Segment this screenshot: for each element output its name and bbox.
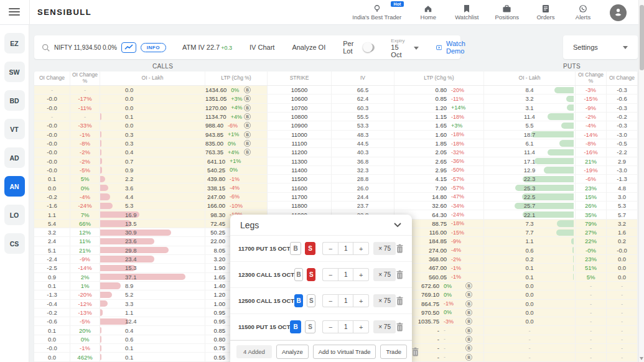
put-ltp-cell[interactable]: 1.85-18% [394, 139, 484, 147]
call-oi-change-pct: -13% [70, 309, 100, 317]
buy-button[interactable]: B [290, 320, 301, 333]
put-ltp-cell[interactable]: 2.65-36% [394, 157, 484, 165]
put-ltp-cell[interactable]: 14.80-47% [394, 193, 484, 201]
buy-button[interactable]: B [290, 242, 301, 255]
put-ltp-cell[interactable]: 1.20+14% [394, 104, 484, 112]
quantity-increase-button[interactable]: + [353, 320, 369, 333]
call-ltp-cell[interactable]: 943.85+1%B [205, 131, 268, 139]
put-ltp-cell[interactable]: 32.60-34% [394, 202, 484, 210]
buy-button[interactable]: B [294, 268, 303, 281]
chain-row-11500[interactable]: 0.15%2.2439.80-1%1150028.84.15-57%22.3-6… [34, 175, 638, 183]
nav-item-positions[interactable]: Positions [495, 4, 519, 21]
call-ltp-cell[interactable]: 763.35+4%B [205, 148, 268, 156]
chain-row-10700[interactable]: -0.0-11%0.01270.00+4%B1070060.31.20+14%3… [34, 104, 638, 113]
chain-row-11100[interactable]: -0.0-8%0.3835.000%B1110044.51.85-18%6.1-… [34, 139, 638, 148]
quantity-value[interactable]: 1 [338, 268, 353, 281]
call-ltp-cell[interactable]: 1434.600%B [205, 86, 268, 94]
analyze-oi-button[interactable]: Analyze OI [283, 44, 334, 51]
quantity-decrease-button[interactable]: − [322, 294, 338, 307]
sidebar-item-sw[interactable]: SW [4, 62, 25, 82]
settings-dropdown[interactable]: Settings [563, 35, 638, 59]
chain-row-10500[interactable]: --0.01434.600%B1050066.50.80-20%8.4-3%-0… [34, 86, 638, 95]
add-to-virtual-trade-button[interactable]: Add to Virtual Trade [313, 345, 376, 359]
collapse-chevron-icon[interactable] [393, 222, 402, 228]
chain-row-11000[interactable]: -0.0-1%0.3943.85+1%B1100048.31.60-18%18.… [34, 131, 638, 139]
call-ltp-cell[interactable]: 247.00-6% [205, 193, 268, 201]
quantity-increase-button[interactable]: + [353, 242, 369, 255]
delete-all-legs-button[interactable] [411, 347, 419, 356]
quantity-decrease-button[interactable]: − [322, 320, 338, 333]
sell-button[interactable]: S [305, 320, 315, 333]
nav-item-watchlist[interactable]: Watchlist [455, 4, 478, 21]
put-ltp-cell[interactable]: 0.80-20% [394, 86, 484, 94]
sidebar-item-cs[interactable]: CS [4, 233, 25, 254]
nav-item-india-s-best-trader[interactable]: HotIndia's Best Trader [352, 4, 401, 21]
call-ltp-cell[interactable]: 835.000%B [205, 139, 268, 147]
sidebar-item-an[interactable]: AN [4, 176, 25, 197]
call-ltp-cell[interactable]: 439.80-1% [205, 175, 268, 183]
quantity-value[interactable]: 1 [338, 242, 353, 255]
chain-row-11700[interactable]: -0.2-4%4.4247.00-6%1170024.414.80-47%22.… [34, 193, 638, 202]
quantity-increase-button[interactable]: + [353, 268, 369, 281]
nav-item-home[interactable]: Home [418, 4, 439, 21]
call-ltp-cell[interactable]: 540.250% [205, 166, 268, 174]
put-ltp-cell[interactable]: 2.95-50% [394, 166, 484, 174]
iv-chart-button[interactable]: IV Chart [241, 44, 283, 51]
call-ltp-cell[interactable]: 1270.00+4%B [205, 104, 268, 112]
per-lot-toggle[interactable] [363, 44, 375, 52]
profile-avatar[interactable] [610, 4, 627, 21]
expiry-dropdown[interactable]: Expiry 15 Oct [383, 37, 426, 58]
sidebar-item-ad[interactable]: AD [4, 147, 25, 168]
sidebar-item-lo[interactable]: LO [4, 205, 25, 225]
nav-item-alerts[interactable]: Alerts [572, 4, 594, 21]
sell-button[interactable]: S [307, 268, 315, 281]
put-oi-lakh: - [484, 326, 576, 334]
call-ltp-cell[interactable]: 338.15-4% [205, 183, 268, 192]
quantity-value[interactable]: 1 [338, 320, 353, 333]
chain-row-10900[interactable]: -0.0-33%0.0988.40-6%B1090053.31.65+3%5.5… [34, 121, 638, 130]
put-ltp-cell[interactable]: 4.15-57% [394, 175, 484, 183]
sidebar-item-vt[interactable]: VT [4, 119, 25, 139]
call-ltp-cell[interactable]: 988.40-6%B [205, 121, 268, 129]
nav-item-orders[interactable]: Orders [535, 4, 556, 21]
chain-row-11400[interactable]: -0.0-5%0.9540.250%1140032.32.95-50%12.9-… [34, 166, 638, 175]
sidebar-item-ez[interactable]: EZ [4, 33, 25, 53]
chain-row-11600[interactable]: 0.00%3.6338.15-4%1160026.07.00-57%25.323… [34, 183, 638, 192]
put-ltp-cell[interactable]: 2.05-32% [394, 148, 484, 156]
call-ltp-cell[interactable]: 1134.70+4%B [205, 113, 268, 121]
sidebar-item-bd[interactable]: BD [4, 90, 25, 111]
call-ltp-cell[interactable]: 1351.05+3%B [205, 95, 268, 103]
chain-row-11300[interactable]: -0.0-2%0.7641.10+1%1130036.82.65-36%17.1… [34, 157, 638, 166]
chain-row-10600[interactable]: -0.0-17%0.01351.05+3%B1060062.40.85-11%3… [34, 95, 638, 103]
chain-row-10800[interactable]: --0.11134.70+4%B1080055.51.15-18%11.4-2%… [34, 113, 638, 121]
put-ltp-cell[interactable]: 7.00-57% [394, 183, 484, 192]
scrollbar-down-arrow[interactable] [640, 357, 643, 360]
watch-demo-button[interactable]: Watch Demo [426, 40, 480, 55]
put-ltp-cell[interactable]: 1.65+3% [394, 121, 484, 129]
instrument-search-input[interactable]: NIFTY 11,934.50 0.0% INFO [34, 42, 174, 53]
quantity-decrease-button[interactable]: − [322, 242, 338, 255]
delete-leg-button[interactable] [396, 244, 404, 253]
call-ltp-cell[interactable]: 166.00-10% [205, 202, 268, 210]
sell-button[interactable]: S [305, 242, 315, 255]
quantity-value[interactable]: 1 [338, 294, 353, 307]
put-ltp-cell[interactable]: 0.85-11% [394, 95, 484, 103]
scrollbar-thumb[interactable] [640, 5, 644, 70]
price-chart-button[interactable] [121, 42, 136, 53]
put-ltp-cell[interactable]: 1.15-18% [394, 113, 484, 121]
info-button[interactable]: INFO [141, 43, 166, 52]
sell-button[interactable]: S [307, 294, 315, 307]
chain-row-11800[interactable]: -1.6-24%5.3166.00-10%1180023.732.60-34%2… [34, 202, 638, 210]
trade-button[interactable]: Trade [380, 345, 406, 359]
put-ltp-cell[interactable]: 1.60-18% [394, 131, 484, 139]
quantity-decrease-button[interactable]: − [322, 268, 338, 281]
delete-leg-button[interactable] [396, 270, 404, 279]
delete-leg-button[interactable] [396, 296, 404, 305]
chain-row-11200[interactable]: -0.0-2%0.4763.35+4%B1120040.32.05-32%11.… [34, 148, 638, 157]
delete-leg-button[interactable] [396, 322, 404, 332]
buy-button[interactable]: B [294, 294, 303, 307]
call-ltp-cell[interactable]: 641.10+1% [205, 157, 268, 165]
menu-icon[interactable] [9, 8, 20, 17]
quantity-increase-button[interactable]: + [353, 294, 369, 307]
analyze-button[interactable]: Analyze [276, 345, 309, 359]
